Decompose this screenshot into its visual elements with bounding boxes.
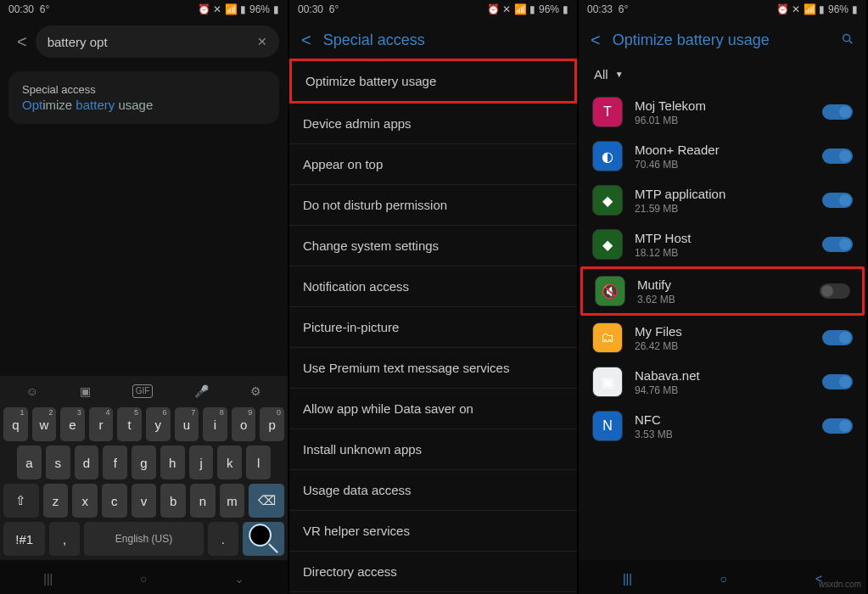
key-c[interactable]: c <box>102 484 127 518</box>
menu-item[interactable]: Picture-in-picture <box>289 307 577 348</box>
menu-item[interactable]: Allow app while Data saver on <box>289 389 577 429</box>
back-icon[interactable]: < <box>301 31 311 50</box>
key-h[interactable]: h <box>160 446 185 479</box>
app-icon: ◆ <box>592 185 623 216</box>
key-d[interactable]: d <box>75 446 99 479</box>
app-row[interactable]: N NFC 3.53 MB <box>580 404 865 448</box>
nav-recents-icon[interactable]: ||| <box>623 572 632 586</box>
toggle-switch[interactable] <box>822 237 853 252</box>
app-row[interactable]: ◆ MTP application 21.59 MB <box>580 178 865 222</box>
settings-icon[interactable]: ⚙ <box>250 384 261 398</box>
filter-label: All <box>594 67 608 81</box>
key-i[interactable]: i8 <box>203 407 227 441</box>
key-l[interactable]: l <box>246 446 271 479</box>
key-b[interactable]: b <box>160 484 186 518</box>
back-icon[interactable]: < <box>8 32 36 52</box>
search-result[interactable]: Special access Optimize battery usage <box>8 71 279 124</box>
menu-item[interactable]: Appear on top <box>289 144 577 185</box>
key-x[interactable]: x <box>72 484 98 518</box>
key-m[interactable]: m <box>220 484 245 518</box>
search-icon <box>243 518 284 559</box>
nav-home-icon[interactable]: ○ <box>140 572 147 586</box>
nav-recents-icon[interactable]: ||| <box>43 572 53 586</box>
mic-icon[interactable]: 🎤 <box>194 384 209 398</box>
toggle-switch[interactable] <box>822 330 853 345</box>
key-q[interactable]: q1 <box>3 407 28 441</box>
nav-home-icon[interactable]: ○ <box>720 572 727 586</box>
key-j[interactable]: j <box>189 446 214 479</box>
sticker-icon[interactable]: ▣ <box>80 384 91 398</box>
toggle-switch[interactable] <box>820 283 850 299</box>
menu-item[interactable]: Usage data access <box>289 470 577 511</box>
app-row[interactable]: 🔇 Mutify 3.62 MB <box>580 266 865 316</box>
key-g[interactable]: g <box>132 446 156 479</box>
key-shift[interactable]: ⇧ <box>3 484 39 518</box>
back-icon[interactable]: < <box>591 31 601 50</box>
key-r[interactable]: r4 <box>89 407 114 441</box>
menu-item[interactable]: Notification access <box>289 266 577 307</box>
page-title: Special access <box>323 31 425 49</box>
menu-item[interactable]: VR helper services <box>289 511 577 552</box>
app-name: Moj Telekom <box>635 98 810 113</box>
key-s[interactable]: s <box>46 446 70 479</box>
phone-optimize-battery: 00:33 6° ⏰ ✕ 📶 ▮ 96% ▮ < Optimize batter… <box>579 0 868 594</box>
app-row[interactable]: ◆ MTP Host 18.12 MB <box>580 222 865 266</box>
toggle-switch[interactable] <box>822 374 853 389</box>
search-row: < ✕ <box>0 19 288 64</box>
app-text: Moj Telekom 96.01 MB <box>635 98 810 126</box>
watermark: wsxdn.com <box>819 580 861 589</box>
menu-item[interactable]: Directory access <box>289 552 577 592</box>
key-z[interactable]: z <box>43 484 69 518</box>
key-k[interactable]: k <box>217 446 242 479</box>
status-right: ⏰ ✕ 📶 ▮ 96% ▮ <box>198 3 279 15</box>
app-text: MTP Host 18.12 MB <box>635 231 810 259</box>
key-comma[interactable]: , <box>49 522 79 556</box>
toggle-switch[interactable] <box>822 148 853 164</box>
emoji-icon[interactable]: ☺ <box>26 384 38 398</box>
app-row[interactable]: ▣ Nabava.net 94.76 MB <box>580 360 865 404</box>
menu-item[interactable]: Change system settings <box>289 226 577 266</box>
key-search[interactable] <box>243 522 284 556</box>
nav-bar[interactable]: ||| ○ ⌄ <box>0 560 288 594</box>
search-input[interactable] <box>48 35 257 49</box>
key-a[interactable]: a <box>17 446 42 479</box>
key-o[interactable]: o9 <box>232 407 256 441</box>
statusbar: 00:33 6° ⏰ ✕ 📶 ▮ 96% ▮ <box>579 0 866 19</box>
keyboard[interactable]: ☺ ▣ GIF 🎤 ⚙ q1 w2 e3 r4 t5 y6 u7 i8 o9 p… <box>0 376 288 560</box>
menu-item[interactable]: Device admin apps <box>289 104 577 144</box>
search-icon[interactable] <box>841 32 854 48</box>
key-period[interactable]: . <box>208 522 238 556</box>
search-pill[interactable]: ✕ <box>36 25 279 58</box>
clear-icon[interactable]: ✕ <box>257 35 267 48</box>
key-symbols[interactable]: !#1 <box>3 522 45 556</box>
app-name: Moon+ Reader <box>635 143 810 157</box>
key-t[interactable]: t5 <box>117 407 142 441</box>
nav-back-icon[interactable]: ⌄ <box>234 572 244 586</box>
statusbar: 00:30 6° ⏰ ✕ 📶 ▮ 96% ▮ <box>0 0 288 19</box>
key-n[interactable]: n <box>190 484 216 518</box>
menu-item[interactable]: Do not disturb permission <box>289 185 577 226</box>
key-space[interactable]: English (US) <box>84 522 204 556</box>
nav-bar[interactable]: ||| ○ < <box>579 560 866 594</box>
app-name: My Files <box>635 324 810 339</box>
menu-item[interactable]: Optimize battery usage <box>289 59 577 104</box>
chevron-down-icon: ▼ <box>615 70 624 79</box>
key-v[interactable]: v <box>132 484 157 518</box>
menu-item[interactable]: Use Premium text message services <box>289 348 577 389</box>
toggle-switch[interactable] <box>822 193 853 208</box>
app-row[interactable]: 🗂 My Files 26.42 MB <box>580 316 865 360</box>
gif-icon[interactable]: GIF <box>132 384 154 398</box>
app-row[interactable]: T Moj Telekom 96.01 MB <box>580 90 865 134</box>
menu-item[interactable]: Install unknown apps <box>289 429 577 470</box>
app-row[interactable]: ◐ Moon+ Reader 70.46 MB <box>580 134 865 178</box>
key-u[interactable]: u7 <box>175 407 199 441</box>
toggle-switch[interactable] <box>822 418 853 434</box>
key-e[interactable]: e3 <box>60 407 85 441</box>
key-backspace[interactable]: ⌫ <box>249 484 284 518</box>
key-f[interactable]: f <box>103 446 127 479</box>
key-y[interactable]: y6 <box>146 407 171 441</box>
toggle-switch[interactable] <box>822 104 853 120</box>
filter-dropdown[interactable]: All ▼ <box>579 59 866 90</box>
key-w[interactable]: w2 <box>32 407 57 441</box>
key-p[interactable]: p0 <box>260 407 284 441</box>
